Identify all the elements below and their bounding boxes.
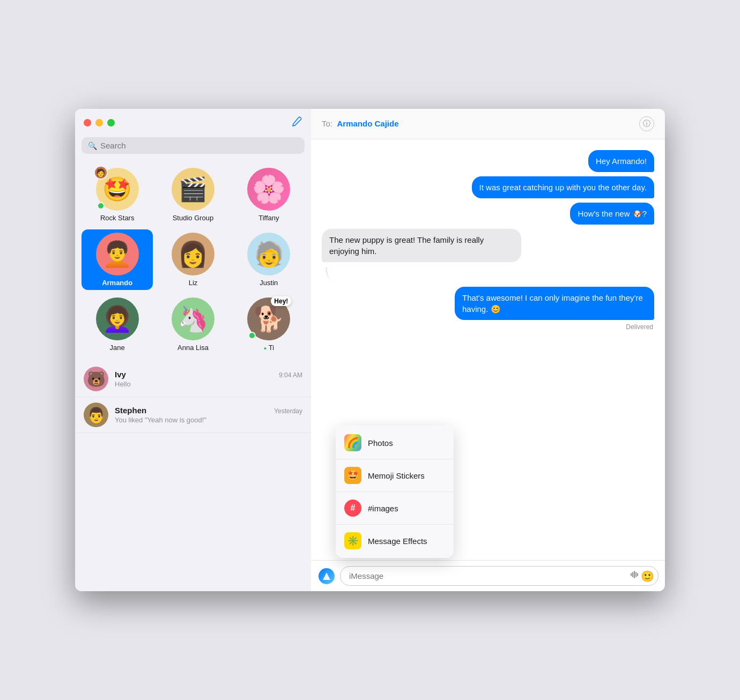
jane-label: Jane [110, 344, 125, 352]
ivy-preview: Hello [115, 380, 302, 388]
app-window: 🔍 🤩 🧑 Rock Stars 🎬 Studio Group [75, 109, 665, 591]
bubble-2: It was great catching up with you the ot… [472, 176, 654, 198]
sidebar: 🔍 🤩 🧑 Rock Stars 🎬 Studio Group [75, 109, 311, 591]
typing-indicator-row [322, 266, 654, 282]
close-button[interactable] [84, 119, 91, 126]
chat-header: To: Armando Cajide ⓘ [311, 109, 665, 139]
pinned-item-ti[interactable]: 🐕 Hey! ● Ti [233, 294, 305, 355]
compose-button[interactable] [292, 116, 302, 129]
liz-avatar-wrap: 👩 [172, 233, 214, 275]
tiffany-avatar: 🌸 [247, 168, 290, 211]
svg-rect-4 [637, 573, 638, 576]
pinned-item-rock-stars[interactable]: 🤩 🧑 Rock Stars [82, 165, 153, 225]
stephen-name: Stephen [115, 406, 146, 415]
effects-icon: ✳️ [344, 532, 361, 549]
dropdown-item-effects[interactable]: ✳️ Message Effects [336, 527, 454, 555]
pinned-item-tiffany[interactable]: 🌸 Tiffany [233, 165, 305, 225]
pinned-item-liz[interactable]: 👩 Liz [157, 229, 228, 290]
message-1: Hey Armando! [322, 150, 654, 172]
search-input[interactable] [100, 141, 298, 150]
message-4: The new puppy is great! The family is re… [322, 229, 654, 262]
ti-label: ● Ti [263, 344, 274, 352]
dropdown-separator-3 [336, 524, 454, 525]
rock-stars-avatar-wrap: 🤩 🧑 [96, 168, 139, 211]
chat-input-area: 🙂 🌈 Photos 🤩 Memoji Stickers [311, 560, 665, 591]
dropdown-separator-1 [336, 459, 454, 459]
anna-lisa-label: Anna Lisa [177, 344, 209, 352]
maximize-button[interactable] [107, 119, 115, 126]
stephen-avatar: 👨 [84, 403, 108, 427]
photos-icon: 🌈 [344, 434, 361, 451]
liz-avatar: 👩 [172, 233, 214, 275]
armando-avatar: 🧑‍🦱 [96, 233, 139, 275]
chat-recipient-info: To: Armando Cajide [322, 119, 399, 129]
audio-icon [630, 570, 639, 579]
dropdown-item-images[interactable]: # #images [336, 494, 454, 522]
pinned-item-armando[interactable]: 🧑‍🦱 Armando [82, 229, 153, 290]
photos-label: Photos [368, 438, 393, 448]
tiffany-label: Tiffany [258, 214, 279, 222]
stephen-content: Stephen Yesterday You liked "Yeah now is… [115, 406, 302, 424]
traffic-lights [84, 119, 115, 126]
message-5: That's awesome! I can only imagine the f… [322, 287, 654, 320]
message-input[interactable] [340, 566, 658, 586]
rock-stars-label: Rock Stars [100, 214, 135, 222]
justin-avatar: 🧓 [247, 233, 290, 275]
info-icon: ⓘ [643, 119, 650, 129]
pinned-item-anna-lisa[interactable]: 🦄 Anna Lisa [157, 294, 228, 355]
stephen-top: Stephen Yesterday [115, 406, 302, 415]
apps-button[interactable] [317, 567, 336, 585]
ivy-content: Ivy 9:04 AM Hello [115, 370, 302, 388]
liz-label: Liz [189, 279, 198, 287]
dropdown-item-memoji[interactable]: 🤩 Memoji Stickers [336, 461, 454, 489]
app-store-icon [322, 571, 331, 581]
studio-group-avatar-wrap: 🎬 [172, 168, 214, 211]
delivered-label: Delivered [322, 323, 654, 331]
bubble-4: The new puppy is great! The family is re… [322, 229, 521, 262]
ti-online-indicator [248, 332, 256, 339]
chat-area: To: Armando Cajide ⓘ Hey Armando! It was… [311, 109, 665, 591]
audio-button[interactable] [630, 570, 639, 582]
memoji-label: Memoji Stickers [368, 471, 425, 480]
search-bar[interactable]: 🔍 [82, 137, 305, 154]
ivy-top: Ivy 9:04 AM [115, 370, 302, 379]
jane-avatar: 👩‍🦱 [96, 297, 139, 340]
message-2: It was great catching up with you the ot… [322, 176, 654, 198]
minimize-button[interactable] [95, 119, 103, 126]
effects-label: Message Effects [368, 537, 427, 546]
anna-lisa-avatar-wrap: 🦄 [172, 297, 214, 340]
pinned-item-justin[interactable]: 🧓 Justin [233, 229, 305, 290]
ivy-name: Ivy [115, 370, 126, 379]
message-3: How's the new 🐶? [322, 203, 654, 225]
studio-group-avatar: 🎬 [172, 168, 214, 211]
info-button[interactable]: ⓘ [639, 116, 654, 131]
bubble-3: How's the new 🐶? [570, 203, 654, 225]
apps-icon [319, 568, 335, 584]
images-icon: # [344, 500, 361, 517]
justin-avatar-wrap: 🧓 [247, 233, 290, 275]
bubble-tail [322, 266, 338, 282]
apps-dropdown: 🌈 Photos 🤩 Memoji Stickers # #i [336, 426, 454, 558]
to-label: To: [322, 119, 332, 128]
pinned-contacts-grid: 🤩 🧑 Rock Stars 🎬 Studio Group 🌸 Tiffany [75, 160, 311, 361]
bubble-1: Hey Armando! [588, 150, 654, 172]
ivy-avatar: 🐻 [84, 367, 108, 391]
svg-rect-2 [634, 571, 635, 578]
conversation-stephen[interactable]: 👨 Stephen Yesterday You liked "Yeah now … [75, 397, 311, 433]
pinned-item-studio-group[interactable]: 🎬 Studio Group [157, 165, 228, 225]
compose-icon [292, 116, 302, 127]
stephen-time: Yesterday [274, 407, 302, 415]
dropdown-item-photos[interactable]: 🌈 Photos [336, 429, 454, 457]
dropdown-separator-2 [336, 492, 454, 492]
armando-label: Armando [102, 279, 132, 287]
anna-lisa-avatar: 🦄 [172, 297, 214, 340]
studio-group-label: Studio Group [173, 214, 214, 222]
emoji-button[interactable]: 🙂 [641, 570, 654, 583]
message-input-wrap: 🙂 [340, 566, 658, 586]
chat-recipient-name: Armando Cajide [337, 119, 398, 128]
ivy-time: 9:04 AM [279, 371, 302, 379]
pinned-item-jane[interactable]: 👩‍🦱 Jane [82, 294, 153, 355]
conversation-ivy[interactable]: 🐻 Ivy 9:04 AM Hello [75, 361, 311, 397]
search-icon: 🔍 [88, 142, 97, 150]
stephen-preview: You liked "Yeah now is good!" [115, 416, 302, 424]
